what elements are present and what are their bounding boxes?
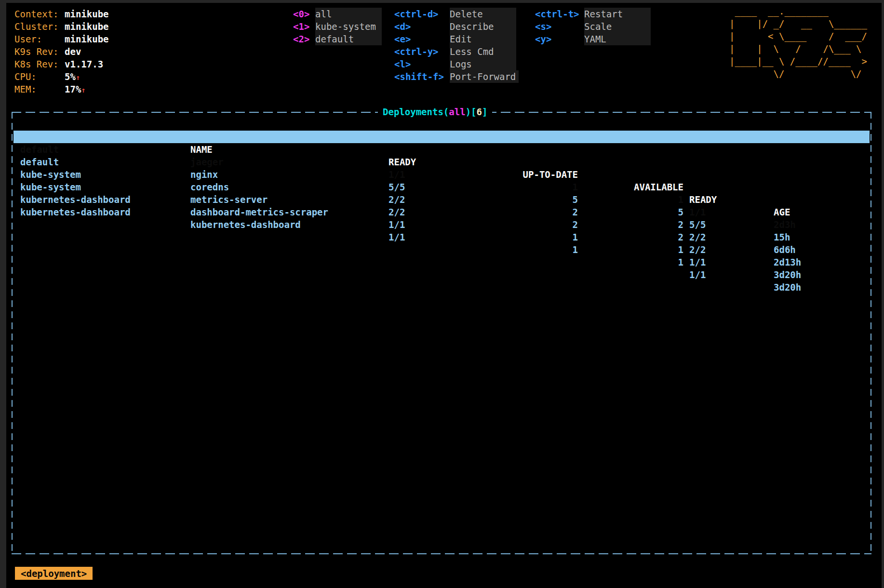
cell-name: dashboard-metrics-scraper [190, 206, 328, 218]
shortcut-key: <l> [394, 58, 450, 70]
cell-available: 1 [678, 243, 683, 256]
info-k8s-rev: K8s Rev:v1.17.3 [14, 58, 109, 70]
shortcut-key: <ctrl-y> [394, 45, 450, 58]
table-title: Deployments(all)[6] [378, 106, 492, 118]
hotkey-label: Logs [450, 58, 516, 70]
hotkey-edit[interactable]: <e>Edit [394, 33, 519, 45]
shortcut-key: <ctrl-t> [535, 8, 584, 20]
shortcut-key: <2> [293, 33, 315, 45]
hotkey-scale[interactable]: <s>Scale [535, 20, 651, 33]
cell-age: 3d20h [774, 268, 801, 281]
breadcrumb-resource-badge: <deployment> [15, 567, 93, 580]
mem-trend-up-icon: ↑ [81, 86, 85, 94]
cell-ready: 2/2 [388, 206, 405, 218]
logo-line: |____|__ \ /____//____ > [729, 55, 867, 67]
info-label: Cluster: [14, 20, 65, 33]
cell-up-to-date: 1 [573, 243, 578, 256]
cell-age: 15h [774, 231, 790, 243]
hotkey-label: Port-Forward [450, 70, 519, 83]
cell-available: 2 [678, 218, 683, 231]
shortcut-key: <d> [394, 20, 450, 33]
namespace-menu: <0>all <1>kube-system <2>default [293, 8, 382, 45]
logo-line: | | \ / /\___ \ [729, 42, 867, 55]
k9s-logo: ____ __.________ | |/ _/ __ \______ | < … [729, 5, 867, 80]
info-value: 5% [65, 71, 76, 82]
cell-namespace: kubernetes-dashboard [20, 206, 131, 218]
hotkey-yaml[interactable]: <y>YAML [535, 33, 651, 45]
namespace-label: default [315, 33, 382, 45]
cell-ready2: 5/5 [689, 218, 706, 231]
cell-ready2: 1/1 [689, 206, 706, 218]
cell-ready: 1/1 [388, 218, 405, 231]
hotkey-label: Restart [584, 8, 651, 20]
info-label: K9s Rev: [14, 45, 65, 58]
info-value: minikube [65, 34, 109, 44]
info-value: minikube [65, 9, 109, 19]
table-row[interactable]: kubernetes-dashboard dashboard-metrics-s… [13, 181, 870, 193]
hotkey-describe[interactable]: <d>Describe [394, 20, 519, 33]
info-mem: MEM:17%↑ [14, 83, 109, 95]
cluster-info-panel: Context:minikube Cluster:minikube User:m… [14, 8, 109, 95]
hotkey-port-forward[interactable]: <shift-f>Port-Forward [394, 70, 519, 83]
table-border-right [871, 112, 871, 554]
table-row[interactable]: kube-system metrics-server 2/2 2 2 2/2 2… [13, 168, 870, 181]
hotkey-label: Less Cmd [450, 45, 516, 58]
shortcut-key: <y> [535, 33, 584, 45]
window-edge-right [882, 0, 884, 588]
window-edge-top [0, 0, 884, 3]
title-paren: ) [466, 107, 471, 117]
hotkey-label: YAML [584, 33, 651, 45]
cell-age: 6d6h [774, 243, 796, 256]
info-value: dev [65, 46, 81, 57]
table-row[interactable]: default jaeger 1/1 1 1 1/1 2d3h [13, 131, 870, 143]
info-k9s-rev: K9s Rev:dev [14, 45, 109, 58]
hotkey-less-cmd[interactable]: <ctrl-y>Less Cmd [394, 45, 519, 58]
info-cluster: Cluster:minikube [14, 20, 109, 33]
logo-line: \/ \/ [729, 67, 867, 80]
logo-line: ____ __.________ [729, 5, 867, 17]
logo-line: | < \____ / ___/ [729, 30, 867, 42]
logo-line: | |/ _/ __ \______ [729, 17, 867, 30]
hotkey-label: Edit [450, 33, 516, 45]
table-row[interactable]: kubernetes-dashboard kubernetes-dashboar… [13, 193, 870, 206]
cell-up-to-date: 2 [573, 218, 578, 231]
shortcut-key: <ctrl-d> [394, 8, 450, 20]
info-value: minikube [65, 21, 109, 32]
info-cpu: CPU:5%↑ [14, 70, 109, 83]
namespace-label: all [315, 8, 382, 20]
title-bracket: ] [482, 107, 487, 117]
info-value: 17% [65, 84, 81, 94]
cell-ready: 1/1 [388, 231, 405, 243]
column-header-age[interactable]: AGE [774, 206, 790, 218]
table-border-left [12, 112, 13, 554]
namespace-label: kube-system [315, 20, 382, 33]
hotkey-restart[interactable]: <ctrl-t>Restart [535, 8, 651, 20]
hotkey-menu-secondary: <ctrl-t>Restart <s>Scale <y>YAML [535, 8, 651, 45]
cell-age: 3d20h [774, 281, 801, 294]
cell-ready2: 1/1 [689, 268, 706, 281]
shortcut-key: <e> [394, 33, 450, 45]
hotkey-delete[interactable]: <ctrl-d>Delete [394, 8, 519, 20]
namespace-item-kube-system[interactable]: <1>kube-system [293, 20, 382, 33]
cell-ready2: 1/1 [689, 256, 706, 268]
hotkey-label: Describe [450, 20, 516, 33]
namespace-item-default[interactable]: <2>default [293, 33, 382, 45]
table-row[interactable]: kube-system coredns 2/2 2 2 2/2 6d6h [13, 156, 870, 168]
table-row[interactable]: default nginx 5/5 5 5 5/5 15h [13, 143, 870, 156]
cell-available: 2 [678, 231, 683, 243]
hotkey-logs[interactable]: <l>Logs [394, 58, 519, 70]
info-label: MEM: [14, 83, 65, 95]
shortcut-key: <1> [293, 20, 315, 33]
title-resource: Deployments [383, 107, 443, 117]
cpu-trend-up-icon: ↑ [76, 73, 80, 82]
namespace-item-all[interactable]: <0>all [293, 8, 382, 20]
cell-up-to-date: 1 [573, 231, 578, 243]
info-label: Context: [14, 8, 65, 20]
shortcut-key: <0> [293, 8, 315, 20]
window-edge-left [0, 0, 6, 588]
cell-up-to-date: 2 [573, 206, 578, 218]
cell-ready2: 2/2 [689, 243, 706, 256]
cell-ready2: 2/2 [689, 231, 706, 243]
info-context: Context:minikube [14, 8, 109, 20]
cell-age: 2d3h [774, 218, 796, 231]
